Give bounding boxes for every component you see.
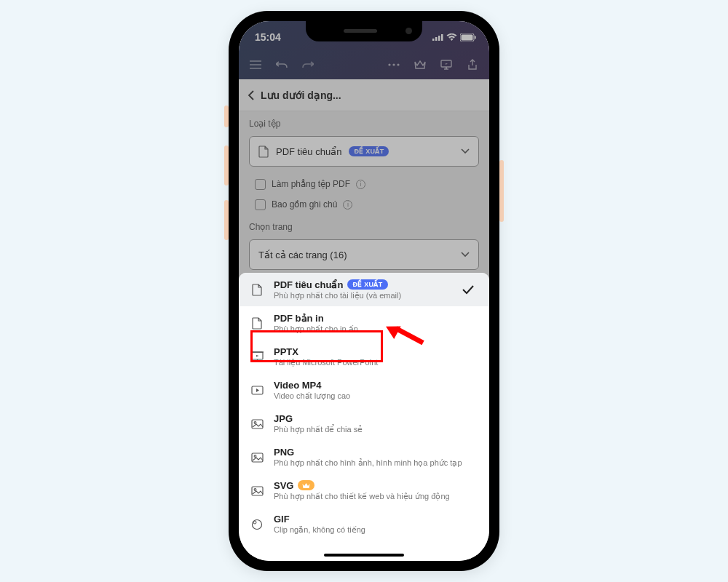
presentation-icon bbox=[250, 351, 264, 362]
battery-icon bbox=[460, 33, 476, 41]
page-select[interactable]: Tất cả các trang (16) bbox=[249, 239, 479, 270]
document-icon bbox=[250, 316, 264, 330]
option-png[interactable]: PNG Phù hợp nhất cho hình ảnh, hình minh… bbox=[239, 440, 489, 474]
wifi-icon bbox=[446, 33, 457, 41]
option-title: PNG bbox=[274, 447, 294, 458]
checkbox-icon bbox=[255, 199, 266, 210]
format-picker-sheet: PDF tiêu chuẩn ĐỀ XUẤT Phù hợp nhất cho … bbox=[239, 273, 489, 561]
video-icon bbox=[250, 385, 264, 395]
option-subtitle: Phù hợp nhất để chia sẻ bbox=[274, 425, 478, 434]
option-subtitle: Phù hợp nhất cho thiết kế web và hiệu ứn… bbox=[274, 492, 478, 501]
option-subtitle: Video chất lượng cao bbox=[274, 391, 478, 401]
svg-rect-23 bbox=[252, 453, 263, 462]
option-pptx[interactable]: PPTX Tài liệu Microsoft PowerPoint bbox=[239, 340, 489, 373]
flatten-checkbox-row[interactable]: Làm phẳng tệp PDF i bbox=[239, 174, 489, 194]
option-title: JPG bbox=[274, 413, 293, 424]
svg-rect-25 bbox=[252, 487, 263, 495]
speaker bbox=[344, 29, 377, 33]
premium-badge-icon bbox=[298, 480, 314, 490]
option-title: PDF tiêu chuẩn bbox=[274, 279, 343, 290]
option-pdf-print[interactable]: PDF bản in Phù hợp nhất cho in ấn bbox=[239, 306, 489, 340]
svg-point-22 bbox=[254, 421, 256, 423]
present-icon[interactable] bbox=[440, 58, 453, 71]
svg-point-11 bbox=[392, 63, 395, 65]
recommended-badge: ĐỀ XUẤT bbox=[349, 146, 389, 156]
document-icon bbox=[250, 283, 264, 296]
notch bbox=[306, 21, 422, 41]
screen: 15:04 bbox=[239, 21, 489, 561]
option-subtitle: Phù hợp nhất cho in ấn bbox=[274, 324, 478, 334]
share-icon[interactable] bbox=[466, 58, 479, 71]
svg-rect-21 bbox=[252, 420, 263, 428]
sheet-header: Lưu dưới dạng... bbox=[239, 79, 489, 111]
checkbox-icon bbox=[255, 179, 266, 190]
notes-checkbox-row[interactable]: Bao gồm ghi chú i bbox=[239, 194, 489, 215]
editor-toolbar bbox=[239, 50, 489, 79]
option-title: PPTX bbox=[274, 346, 298, 357]
info-icon[interactable]: i bbox=[343, 200, 352, 210]
status-icons bbox=[432, 33, 476, 41]
info-icon[interactable]: i bbox=[356, 180, 365, 189]
undo-icon[interactable] bbox=[275, 58, 288, 71]
svg-rect-1 bbox=[435, 37, 438, 41]
crown-icon[interactable] bbox=[414, 58, 427, 71]
option-subtitle: Clip ngắn, không có tiếng bbox=[274, 525, 478, 535]
svg-rect-2 bbox=[438, 36, 440, 41]
svg-rect-0 bbox=[432, 39, 435, 41]
page-value: Tất cả các trang (16) bbox=[258, 250, 347, 260]
signal-icon bbox=[432, 33, 443, 41]
back-icon[interactable] bbox=[248, 89, 255, 101]
option-jpg[interactable]: JPG Phù hợp nhất để chia sẻ bbox=[239, 407, 489, 440]
front-camera bbox=[405, 28, 412, 34]
chevron-down-icon bbox=[461, 148, 470, 154]
option-subtitle: Tài liệu Microsoft PowerPoint bbox=[274, 358, 478, 367]
check-icon bbox=[462, 284, 478, 295]
svg-rect-5 bbox=[462, 34, 473, 40]
option-title: Video MP4 bbox=[274, 380, 322, 391]
svg-point-12 bbox=[397, 63, 399, 65]
option-svg[interactable]: SVG Phù hợp nhất cho thiết kế web và hiệ… bbox=[239, 474, 489, 507]
svg-rect-3 bbox=[441, 34, 443, 41]
home-indicator[interactable] bbox=[324, 554, 404, 557]
mute-switch bbox=[224, 105, 229, 127]
power-button bbox=[499, 160, 504, 222]
filetype-label: Loại tệp bbox=[239, 111, 489, 132]
sheet-title: Lưu dưới dạng... bbox=[261, 89, 341, 101]
dimmed-backdrop: 15:04 bbox=[239, 21, 489, 296]
option-subtitle: Phù hợp nhất cho hình ảnh, hình minh họa… bbox=[274, 458, 478, 468]
document-icon bbox=[258, 146, 269, 158]
image-icon bbox=[250, 418, 264, 429]
svg-point-24 bbox=[254, 455, 256, 457]
gif-icon bbox=[250, 518, 264, 530]
option-title: SVG bbox=[274, 480, 293, 491]
option-subtitle: Phù hợp nhất cho tài liệu (và email) bbox=[274, 291, 451, 300]
image-icon bbox=[250, 485, 264, 496]
svg-point-10 bbox=[388, 63, 390, 65]
option-gif[interactable]: GIF Clip ngắn, không có tiếng bbox=[239, 507, 489, 541]
phone-frame: 15:04 bbox=[229, 11, 499, 571]
page-label: Chọn trang bbox=[239, 215, 489, 235]
flatten-label: Làm phẳng tệp PDF bbox=[272, 179, 350, 189]
image-icon bbox=[250, 452, 264, 463]
volume-down bbox=[224, 200, 229, 240]
filetype-select[interactable]: PDF tiêu chuẩn ĐỀ XUẤT bbox=[249, 136, 479, 167]
svg-point-26 bbox=[254, 488, 256, 490]
recommended-badge: ĐỀ XUẤT bbox=[347, 279, 387, 290]
redo-icon[interactable] bbox=[301, 58, 314, 71]
option-pdf-standard[interactable]: PDF tiêu chuẩn ĐỀ XUẤT Phù hợp nhất cho … bbox=[239, 273, 489, 306]
option-title: PDF bản in bbox=[274, 313, 324, 324]
volume-up bbox=[224, 146, 229, 186]
filetype-value: PDF tiêu chuẩn bbox=[276, 146, 341, 157]
notes-label: Bao gồm ghi chú bbox=[272, 199, 337, 210]
clock: 15:04 bbox=[255, 31, 281, 43]
option-video-mp4[interactable]: Video MP4 Video chất lượng cao bbox=[239, 373, 489, 407]
menu-icon[interactable] bbox=[249, 58, 262, 71]
svg-rect-6 bbox=[475, 36, 476, 39]
more-icon[interactable] bbox=[387, 58, 400, 71]
svg-point-28 bbox=[253, 521, 256, 524]
chevron-down-icon bbox=[461, 252, 470, 258]
option-title: GIF bbox=[274, 514, 290, 525]
